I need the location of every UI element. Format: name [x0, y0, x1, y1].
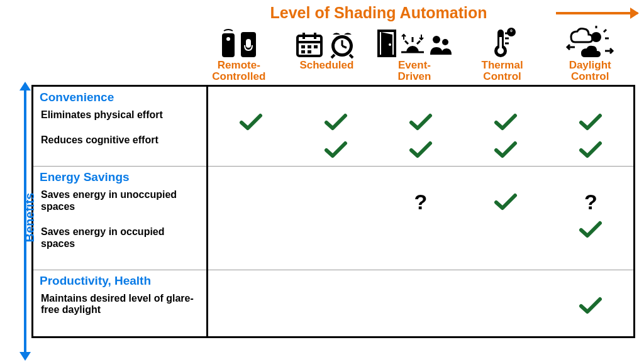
benefit-label: Maintains desired level of glare-free da… [41, 293, 200, 316]
calendar-clock-icon [283, 25, 371, 58]
marks-area [208, 270, 635, 337]
question-mark: ? [548, 188, 633, 216]
check-mark [548, 136, 633, 163]
svg-point-28 [433, 36, 440, 43]
svg-rect-12 [308, 50, 311, 53]
check-mark [464, 188, 548, 216]
empty-cell [208, 216, 293, 243]
col-label: Event-Driven [370, 60, 458, 82]
col-event: Event-Driven [370, 25, 458, 82]
check-mark [548, 292, 633, 319]
check-mark [464, 136, 548, 163]
svg-point-21 [389, 43, 391, 46]
svg-point-29 [442, 39, 448, 45]
check-mark [208, 108, 293, 136]
empty-cell [378, 216, 463, 243]
row-group: Energy SavingsSaves energy in unoccupied… [33, 167, 208, 270]
svg-rect-3 [246, 39, 251, 48]
check-mark [464, 108, 548, 136]
svg-rect-0 [222, 33, 235, 57]
category-label: Energy Savings [40, 170, 200, 184]
category-label: Convenience [40, 90, 200, 104]
svg-point-1 [226, 37, 230, 41]
category-label: Productivity, Health [40, 274, 200, 288]
empty-cell [208, 136, 293, 163]
benefits-matrix: ConvenienceEliminates physical effortRed… [31, 85, 635, 338]
benefit-label: Saves energy in occupied spaces [41, 226, 200, 250]
col-label: ThermalControl [458, 60, 547, 82]
svg-line-41 [604, 30, 606, 32]
svg-line-24 [405, 41, 408, 44]
speaker-phone-icon [195, 25, 283, 58]
benefit-label: Saves energy in unoccupied spaces [41, 189, 200, 212]
svg-rect-8 [301, 45, 305, 48]
svg-rect-7 [314, 33, 316, 39]
benefit-label: Reduces cognitive effort [41, 134, 200, 146]
svg-line-25 [417, 41, 420, 44]
marks-area [208, 85, 635, 167]
question-icon: ? [414, 190, 428, 214]
empty-cell [208, 188, 293, 216]
thermometer-icon: ° [458, 25, 547, 58]
svg-rect-10 [314, 45, 318, 48]
arrow-right-icon [556, 12, 638, 14]
svg-rect-6 [303, 33, 305, 39]
col-scheduled: Scheduled [283, 25, 371, 82]
row-group: ConvenienceEliminates physical effortRed… [33, 85, 208, 167]
col-label: Remote-Controlled [195, 60, 283, 82]
x-axis-title: Level of Shading Automation [195, 4, 562, 22]
check-mark [293, 136, 378, 163]
x-axis-title-text: Level of Shading Automation [270, 4, 487, 21]
col-daylight: DaylightControl [546, 25, 634, 82]
empty-cell [293, 216, 378, 243]
check-mark [378, 136, 463, 163]
column-headers: Remote-Controlled Scheduled Event-Driven… [195, 25, 634, 82]
svg-line-18 [350, 55, 353, 58]
empty-cell [293, 292, 378, 319]
svg-rect-9 [308, 45, 311, 48]
svg-text:°: ° [510, 29, 513, 36]
question-icon: ? [584, 190, 597, 214]
empty-cell [464, 292, 548, 319]
svg-rect-11 [301, 50, 305, 53]
check-mark [378, 108, 463, 136]
empty-cell [464, 216, 548, 243]
door-sun-people-icon [370, 25, 458, 58]
col-label: Scheduled [283, 60, 371, 71]
col-label: DaylightControl [546, 60, 634, 82]
empty-cell [293, 188, 378, 216]
check-mark [293, 108, 378, 136]
empty-cell [378, 292, 463, 319]
check-mark [548, 216, 633, 243]
y-axis-title: Benefits [23, 192, 37, 242]
marks-area: ?? [208, 167, 635, 270]
row-group: Productivity, HealthMaintains desired le… [33, 270, 208, 337]
col-remote: Remote-Controlled [195, 25, 283, 82]
col-thermal: ° ThermalControl [458, 25, 547, 82]
svg-line-17 [331, 55, 335, 58]
question-mark: ? [378, 188, 463, 216]
clouds-sun-icon [546, 25, 634, 58]
check-mark [548, 108, 633, 136]
empty-cell [208, 292, 293, 319]
benefit-label: Eliminates physical effort [41, 109, 200, 121]
svg-rect-33 [499, 37, 502, 50]
